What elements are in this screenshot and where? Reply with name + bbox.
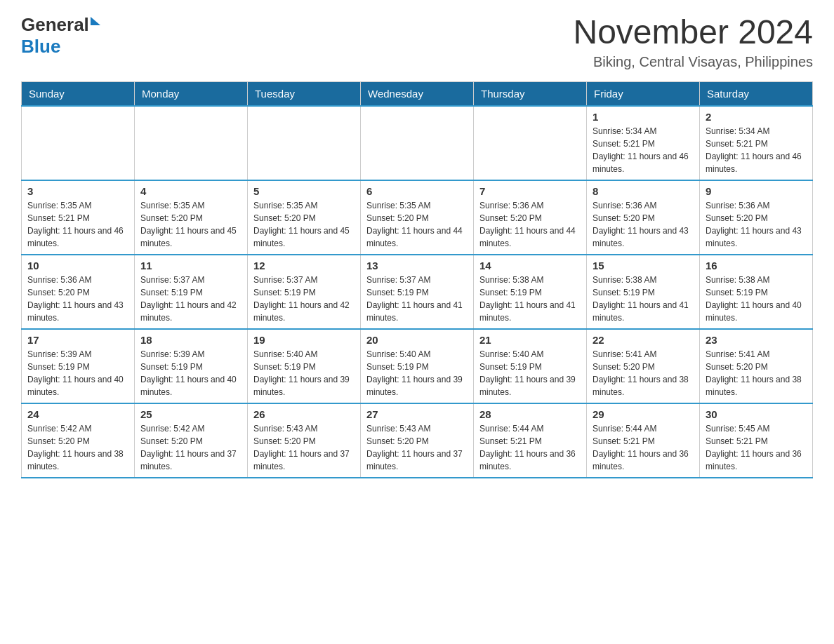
day-info: Sunrise: 5:40 AMSunset: 5:19 PMDaylight:… xyxy=(479,348,581,398)
month-year-title: November 2024 xyxy=(573,14,813,51)
table-row: 3Sunrise: 5:35 AMSunset: 5:21 PMDaylight… xyxy=(22,180,135,255)
day-number: 18 xyxy=(140,334,241,346)
logo-general-text: General xyxy=(21,14,89,36)
title-block: November 2024 Biking, Central Visayas, P… xyxy=(573,14,813,70)
day-info: Sunrise: 5:38 AMSunset: 5:19 PMDaylight:… xyxy=(593,274,694,324)
table-row: 30Sunrise: 5:45 AMSunset: 5:21 PMDayligh… xyxy=(700,403,813,478)
table-row xyxy=(474,106,587,180)
day-number: 25 xyxy=(140,408,241,420)
calendar-header-row: Sunday Monday Tuesday Wednesday Thursday… xyxy=(22,81,813,106)
day-info: Sunrise: 5:40 AMSunset: 5:19 PMDaylight:… xyxy=(366,348,468,398)
table-row: 1Sunrise: 5:34 AMSunset: 5:21 PMDaylight… xyxy=(587,106,700,180)
day-info: Sunrise: 5:43 AMSunset: 5:20 PMDaylight:… xyxy=(253,422,355,473)
col-saturday: Saturday xyxy=(700,81,813,106)
day-number: 26 xyxy=(253,408,355,420)
table-row: 8Sunrise: 5:36 AMSunset: 5:20 PMDaylight… xyxy=(587,180,700,255)
table-row: 21Sunrise: 5:40 AMSunset: 5:19 PMDayligh… xyxy=(474,329,587,403)
day-info: Sunrise: 5:42 AMSunset: 5:20 PMDaylight:… xyxy=(140,422,241,473)
day-info: Sunrise: 5:37 AMSunset: 5:19 PMDaylight:… xyxy=(140,274,241,324)
day-number: 14 xyxy=(479,260,581,271)
calendar-week-row: 3Sunrise: 5:35 AMSunset: 5:21 PMDaylight… xyxy=(22,180,813,255)
col-friday: Friday xyxy=(587,81,700,106)
day-number: 1 xyxy=(593,111,694,123)
logo-arrow-icon xyxy=(91,17,100,25)
day-number: 15 xyxy=(593,260,694,271)
day-info: Sunrise: 5:41 AMSunset: 5:20 PMDaylight:… xyxy=(706,348,807,398)
day-number: 21 xyxy=(479,334,581,346)
day-info: Sunrise: 5:34 AMSunset: 5:21 PMDaylight:… xyxy=(706,125,807,175)
table-row xyxy=(361,106,474,180)
day-number: 19 xyxy=(253,334,355,346)
calendar-week-row: 17Sunrise: 5:39 AMSunset: 5:19 PMDayligh… xyxy=(22,329,813,403)
day-info: Sunrise: 5:45 AMSunset: 5:21 PMDaylight:… xyxy=(706,422,807,473)
day-info: Sunrise: 5:37 AMSunset: 5:19 PMDaylight:… xyxy=(366,274,468,324)
day-number: 2 xyxy=(706,111,807,123)
day-number: 12 xyxy=(253,260,355,271)
table-row: 15Sunrise: 5:38 AMSunset: 5:19 PMDayligh… xyxy=(587,255,700,329)
day-info: Sunrise: 5:39 AMSunset: 5:19 PMDaylight:… xyxy=(140,348,241,398)
day-info: Sunrise: 5:38 AMSunset: 5:19 PMDaylight:… xyxy=(706,274,807,324)
day-number: 11 xyxy=(140,260,241,271)
col-wednesday: Wednesday xyxy=(361,81,474,106)
table-row: 14Sunrise: 5:38 AMSunset: 5:19 PMDayligh… xyxy=(474,255,587,329)
calendar-week-row: 24Sunrise: 5:42 AMSunset: 5:20 PMDayligh… xyxy=(22,403,813,478)
day-number: 24 xyxy=(27,408,128,420)
day-number: 4 xyxy=(140,185,241,197)
table-row: 5Sunrise: 5:35 AMSunset: 5:20 PMDaylight… xyxy=(248,180,361,255)
table-row: 28Sunrise: 5:44 AMSunset: 5:21 PMDayligh… xyxy=(474,403,587,478)
calendar-week-row: 10Sunrise: 5:36 AMSunset: 5:20 PMDayligh… xyxy=(22,255,813,329)
day-info: Sunrise: 5:37 AMSunset: 5:19 PMDaylight:… xyxy=(253,274,355,324)
table-row: 20Sunrise: 5:40 AMSunset: 5:19 PMDayligh… xyxy=(361,329,474,403)
table-row: 13Sunrise: 5:37 AMSunset: 5:19 PMDayligh… xyxy=(361,255,474,329)
table-row xyxy=(22,106,135,180)
table-row xyxy=(248,106,361,180)
day-info: Sunrise: 5:35 AMSunset: 5:21 PMDaylight:… xyxy=(27,199,128,250)
col-monday: Monday xyxy=(135,81,248,106)
table-row: 19Sunrise: 5:40 AMSunset: 5:19 PMDayligh… xyxy=(248,329,361,403)
day-number: 6 xyxy=(366,185,468,197)
day-info: Sunrise: 5:43 AMSunset: 5:20 PMDaylight:… xyxy=(366,422,468,473)
table-row xyxy=(135,106,248,180)
table-row: 18Sunrise: 5:39 AMSunset: 5:19 PMDayligh… xyxy=(135,329,248,403)
table-row: 24Sunrise: 5:42 AMSunset: 5:20 PMDayligh… xyxy=(22,403,135,478)
col-tuesday: Tuesday xyxy=(248,81,361,106)
day-info: Sunrise: 5:42 AMSunset: 5:20 PMDaylight:… xyxy=(27,422,128,473)
day-number: 23 xyxy=(706,334,807,346)
table-row: 25Sunrise: 5:42 AMSunset: 5:20 PMDayligh… xyxy=(135,403,248,478)
day-info: Sunrise: 5:44 AMSunset: 5:21 PMDaylight:… xyxy=(593,422,694,473)
day-info: Sunrise: 5:40 AMSunset: 5:19 PMDaylight:… xyxy=(253,348,355,398)
calendar-table: Sunday Monday Tuesday Wednesday Thursday… xyxy=(21,81,813,478)
table-row: 4Sunrise: 5:35 AMSunset: 5:20 PMDaylight… xyxy=(135,180,248,255)
day-number: 28 xyxy=(479,408,581,420)
day-info: Sunrise: 5:39 AMSunset: 5:19 PMDaylight:… xyxy=(27,348,128,398)
col-sunday: Sunday xyxy=(22,81,135,106)
table-row: 16Sunrise: 5:38 AMSunset: 5:19 PMDayligh… xyxy=(700,255,813,329)
day-number: 30 xyxy=(706,408,807,420)
day-number: 27 xyxy=(366,408,468,420)
day-info: Sunrise: 5:34 AMSunset: 5:21 PMDaylight:… xyxy=(593,125,694,175)
table-row: 22Sunrise: 5:41 AMSunset: 5:20 PMDayligh… xyxy=(587,329,700,403)
day-info: Sunrise: 5:36 AMSunset: 5:20 PMDaylight:… xyxy=(27,274,128,324)
location-subtitle: Biking, Central Visayas, Philippines xyxy=(573,54,813,70)
day-number: 13 xyxy=(366,260,468,271)
table-row: 2Sunrise: 5:34 AMSunset: 5:21 PMDaylight… xyxy=(700,106,813,180)
table-row: 12Sunrise: 5:37 AMSunset: 5:19 PMDayligh… xyxy=(248,255,361,329)
day-info: Sunrise: 5:36 AMSunset: 5:20 PMDaylight:… xyxy=(706,199,807,250)
table-row: 6Sunrise: 5:35 AMSunset: 5:20 PMDaylight… xyxy=(361,180,474,255)
table-row: 27Sunrise: 5:43 AMSunset: 5:20 PMDayligh… xyxy=(361,403,474,478)
table-row: 7Sunrise: 5:36 AMSunset: 5:20 PMDaylight… xyxy=(474,180,587,255)
day-number: 20 xyxy=(366,334,468,346)
day-number: 3 xyxy=(27,185,128,197)
day-number: 5 xyxy=(253,185,355,197)
day-number: 10 xyxy=(27,260,128,271)
day-number: 9 xyxy=(706,185,807,197)
table-row: 23Sunrise: 5:41 AMSunset: 5:20 PMDayligh… xyxy=(700,329,813,403)
day-number: 16 xyxy=(706,260,807,271)
day-info: Sunrise: 5:35 AMSunset: 5:20 PMDaylight:… xyxy=(140,199,241,250)
day-number: 29 xyxy=(593,408,694,420)
day-info: Sunrise: 5:35 AMSunset: 5:20 PMDaylight:… xyxy=(366,199,468,250)
day-number: 17 xyxy=(27,334,128,346)
calendar-week-row: 1Sunrise: 5:34 AMSunset: 5:21 PMDaylight… xyxy=(22,106,813,180)
table-row: 10Sunrise: 5:36 AMSunset: 5:20 PMDayligh… xyxy=(22,255,135,329)
table-row: 9Sunrise: 5:36 AMSunset: 5:20 PMDaylight… xyxy=(700,180,813,255)
